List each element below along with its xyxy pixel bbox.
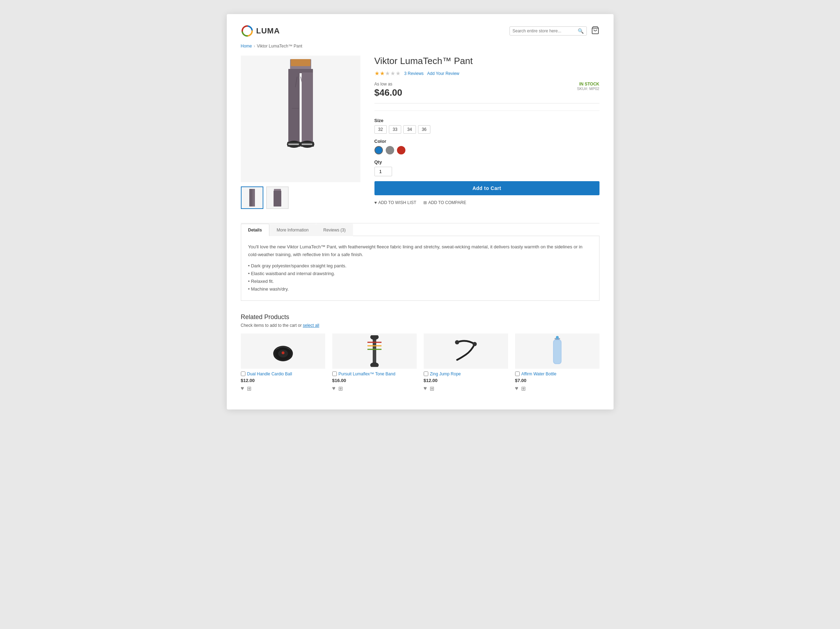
tab-reviews[interactable]: Reviews (3) [316, 224, 353, 236]
add-to-cart-button[interactable]: Add to Cart [374, 181, 600, 195]
product-title: Viktor LumaTech™ Pant [374, 55, 600, 66]
related-name-3[interactable]: Zing Jump Rope [430, 371, 461, 376]
related-checkbox-4[interactable]: Affirm Water Bottle [515, 371, 600, 376]
tab-more-info[interactable]: More Information [269, 224, 316, 236]
color-options [374, 146, 600, 155]
search-input[interactable] [513, 28, 578, 33]
related-item-2: Pursuit Lumaflex™ Tone Band $16.00 ♥ ⊞ [332, 333, 417, 392]
related-check-4[interactable] [515, 371, 519, 376]
breadcrumb-current: Viktor LumaTech™ Pant [257, 44, 302, 49]
related-checkbox-1[interactable]: Dual Handle Cardio Ball [241, 371, 325, 376]
cart-icon[interactable] [591, 26, 600, 36]
related-checkbox-2[interactable]: Pursuit Lumaflex™ Tone Band [332, 371, 417, 376]
related-check-1[interactable] [241, 371, 245, 376]
product-area: Viktor LumaTech™ Pant ★★★★★ 3 Reviews Ad… [241, 55, 600, 209]
related-checkbox-3[interactable]: Zing Jump Rope [424, 371, 508, 376]
svg-point-34 [455, 340, 459, 345]
svg-rect-20 [253, 189, 255, 207]
color-label: Color [374, 139, 600, 144]
select-all-link[interactable]: select all [303, 323, 319, 328]
size-34[interactable]: 34 [403, 125, 415, 134]
related-check-2[interactable] [332, 371, 337, 376]
in-stock-badge: IN STOCK [577, 82, 600, 87]
dual-handle-cardio-ball-image [271, 339, 295, 363]
star-rating: ★★★★★ [374, 70, 401, 77]
size-label: Size [374, 118, 600, 123]
logo-text: LUMA [256, 26, 280, 36]
water-bottle-image [550, 335, 564, 367]
related-actions-2: ♥ ⊞ [332, 385, 417, 392]
svg-rect-5 [288, 73, 300, 143]
svg-rect-22 [273, 191, 281, 207]
color-red[interactable] [397, 146, 406, 155]
details-bullets: Dark gray polyester/spandex straight leg… [248, 262, 592, 293]
product-images [241, 55, 360, 209]
action-links: ♥ ADD TO WISH LIST ⊞ ADD TO COMPARE [374, 200, 600, 205]
product-svg [262, 59, 339, 179]
svg-point-35 [472, 342, 477, 346]
tabs-section: Details More Information Reviews (3) You… [241, 223, 600, 301]
size-33[interactable]: 33 [389, 125, 401, 134]
color-option-group: Color [374, 139, 600, 155]
svg-point-40 [556, 336, 559, 339]
divider [374, 111, 600, 111]
qty-input[interactable] [374, 167, 392, 176]
wishlist-icon-4[interactable]: ♥ [515, 385, 519, 392]
wishlist-icon-1[interactable]: ♥ [241, 385, 245, 392]
svg-point-29 [370, 335, 379, 340]
thumbnail-2[interactable] [266, 186, 289, 209]
details-intro: You'll love the new Viktor LumaTech™ Pan… [248, 243, 592, 259]
related-check-3[interactable] [424, 371, 428, 376]
related-price-1: $12.00 [241, 378, 325, 383]
size-32[interactable]: 32 [374, 125, 387, 134]
main-product-image[interactable] [241, 55, 360, 182]
related-item-3: Zing Jump Rope $12.00 ♥ ⊞ [424, 333, 508, 392]
related-item-4: Affirm Water Bottle $7.00 ♥ ⊞ [515, 333, 600, 392]
header: LUMA 🔍 [241, 25, 600, 37]
tab-details[interactable]: Details [241, 224, 269, 236]
related-name-1[interactable]: Dual Handle Cardio Ball [247, 371, 292, 376]
color-blue[interactable] [374, 146, 383, 155]
compare-icon-4[interactable]: ⊞ [521, 385, 526, 392]
thumbnail-row [241, 186, 360, 209]
wishlist-icon-3[interactable]: ♥ [424, 385, 427, 392]
logo-icon [241, 25, 254, 37]
compare-icon-1[interactable]: ⊞ [247, 385, 251, 392]
breadcrumb: Home › Viktor LumaTech™ Pant [241, 44, 600, 49]
related-price-3: $12.00 [424, 378, 508, 383]
qty-option-group: Qty [374, 160, 600, 176]
add-review-link[interactable]: Add Your Review [427, 71, 459, 76]
sku: SKU#: MP02 [577, 87, 600, 91]
reviews-count-link[interactable]: 3 Reviews [404, 71, 424, 76]
svg-rect-6 [302, 73, 313, 143]
search-button[interactable]: 🔍 [578, 28, 584, 34]
compare-icon-3[interactable]: ⊞ [429, 385, 434, 392]
related-grid: Dual Handle Cardio Ball $12.00 ♥ ⊞ [241, 333, 600, 392]
compare-icon-2[interactable]: ⊞ [338, 385, 343, 392]
product-info: Viktor LumaTech™ Pant ★★★★★ 3 Reviews Ad… [374, 55, 600, 205]
add-to-wishlist-link[interactable]: ♥ ADD TO WISH LIST [374, 200, 416, 205]
svg-rect-17 [291, 59, 311, 66]
search-box[interactable]: 🔍 [510, 26, 587, 36]
svg-point-1 [245, 29, 249, 33]
svg-rect-12 [302, 144, 312, 145]
related-subtitle: Check items to add to the cart or select… [241, 323, 600, 328]
qty-wrap [374, 167, 600, 176]
thumbnail-1[interactable] [241, 186, 264, 209]
related-actions-1: ♥ ⊞ [241, 385, 325, 392]
related-name-2[interactable]: Pursuit Lumaflex™ Tone Band [339, 371, 396, 376]
logo[interactable]: LUMA [241, 25, 280, 37]
compare-icon: ⊞ [423, 200, 427, 205]
related-img-2 [332, 333, 417, 369]
add-to-compare-link[interactable]: ⊞ ADD TO COMPARE [423, 200, 466, 205]
color-gray[interactable] [386, 146, 394, 155]
related-name-4[interactable]: Affirm Water Bottle [521, 371, 557, 376]
bullet-3: Relaxed fit. [248, 278, 592, 285]
breadcrumb-home[interactable]: Home [241, 44, 252, 49]
wishlist-icon-2[interactable]: ♥ [332, 385, 336, 392]
bullet-2: Elastic waistband and internal drawstrin… [248, 270, 592, 278]
tone-band-image [364, 335, 385, 367]
related-actions-3: ♥ ⊞ [424, 385, 508, 392]
page-wrapper: LUMA 🔍 Home › Viktor LumaTech™ Pant [227, 14, 614, 409]
size-36[interactable]: 36 [418, 125, 430, 134]
